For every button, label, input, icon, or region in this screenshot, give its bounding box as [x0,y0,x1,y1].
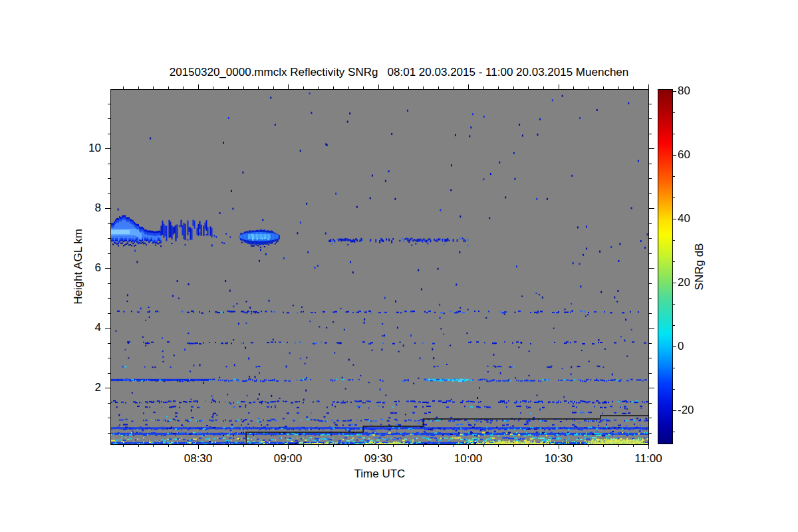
colorbar-major-tick [673,346,676,347]
x-major-tick [198,444,199,449]
y-minor-tick [108,403,110,404]
colorbar-minor-tick [673,198,675,198]
plot-title: 20150320_0000.mmclx Reflectivity SNRg 08… [0,66,798,79]
x-minor-tick [123,444,124,447]
x-minor-tick [513,444,514,447]
y-minor-tick [108,313,110,314]
x-major-tick [648,444,649,449]
colorbar-minor-tick [673,261,675,262]
x-minor-tick-top [138,86,139,89]
y-minor-tick-right [649,134,652,134]
x-minor-tick [333,444,334,447]
x-minor-tick-top [589,86,589,89]
radar-reflectivity-figure: 20150320_0000.mmclx Reflectivity SNRg 08… [0,0,798,532]
x-minor-tick-top [483,86,484,89]
x-tick-label: 08:30 [175,453,221,465]
y-minor-tick [108,223,110,224]
colorbar-tick-label: 0 [678,340,708,352]
x-minor-tick [243,444,244,447]
y-major-tick-right [649,328,654,329]
x-minor-tick [603,444,604,447]
x-minor-tick [454,444,454,447]
y-major-tick-right [649,208,654,209]
x-major-tick-top [468,84,469,89]
x-minor-tick-top [603,86,604,89]
x-major-tick-top [648,84,649,89]
x-axis-label: Time UTC [340,467,420,481]
y-minor-tick-right [649,283,652,284]
x-minor-tick [423,444,424,447]
colorbar-tick-label: 40 [678,213,708,225]
y-minor-tick [108,178,110,179]
colorbar-minor-tick [673,432,675,432]
y-minor-tick-right [649,104,652,104]
x-minor-tick-top [213,86,213,89]
x-minor-tick-top [153,86,154,89]
x-minor-tick-top [528,86,529,89]
x-minor-tick [618,444,619,447]
x-minor-tick-top [348,86,349,89]
y-minor-tick-right [649,253,652,254]
x-minor-tick-top [423,86,424,89]
y-major-tick-right [649,268,654,269]
y-minor-tick [108,253,110,254]
x-minor-tick [273,444,274,447]
y-minor-tick-right [649,358,652,358]
x-minor-tick [258,444,259,447]
y-major-tick [105,328,110,329]
x-minor-tick-top [498,86,499,89]
x-minor-tick-top [454,86,454,89]
y-minor-tick [108,194,110,194]
y-minor-tick-right [649,343,652,344]
colorbar-tick-label: 20 [678,277,708,289]
x-major-tick [378,444,379,449]
x-minor-tick-top [258,86,259,89]
y-minor-tick-right [649,118,652,119]
x-minor-tick [213,444,213,447]
x-minor-tick [348,444,349,447]
y-minor-tick-right [649,178,652,179]
x-minor-tick-top [168,86,169,89]
x-tick-label: 09:00 [265,453,311,465]
y-minor-tick-right [649,433,652,434]
colorbar [658,89,673,444]
y-major-tick [105,208,110,209]
x-major-tick-top [559,84,559,89]
y-major-tick-right [649,388,654,388]
y-minor-tick-right [649,418,652,418]
y-minor-tick [108,373,110,374]
x-minor-tick [528,444,529,447]
x-minor-tick [363,444,364,447]
x-minor-tick-top [183,86,184,89]
x-minor-tick [318,444,319,447]
y-minor-tick-right [649,373,652,374]
plot-area [110,89,649,445]
x-minor-tick-top [273,86,274,89]
x-minor-tick-top [573,86,574,89]
x-minor-tick-top [363,86,364,89]
y-minor-tick [108,238,110,239]
x-minor-tick-top [123,86,124,89]
y-minor-tick [108,134,110,134]
x-minor-tick [153,444,154,447]
x-minor-tick-top [333,86,334,89]
y-minor-tick [108,358,110,358]
y-minor-tick [108,164,110,164]
y-minor-tick-right [649,238,652,239]
y-minor-tick-right [649,223,652,224]
x-major-tick [288,444,289,449]
heatmap-canvas [111,90,648,444]
y-minor-tick [108,418,110,418]
x-tick-label: 09:30 [355,453,402,465]
y-tick-label: 6 [72,262,101,274]
x-minor-tick [589,444,589,447]
colorbar-minor-tick [673,240,675,241]
x-minor-tick-top [318,86,319,89]
x-minor-tick [393,444,394,447]
x-tick-label: 10:00 [445,453,491,465]
colorbar-minor-tick [673,389,675,390]
y-tick-label: 10 [72,142,101,154]
colorbar-minor-tick [673,134,675,134]
x-major-tick [559,444,559,449]
colorbar-tick-label: 60 [678,149,708,161]
